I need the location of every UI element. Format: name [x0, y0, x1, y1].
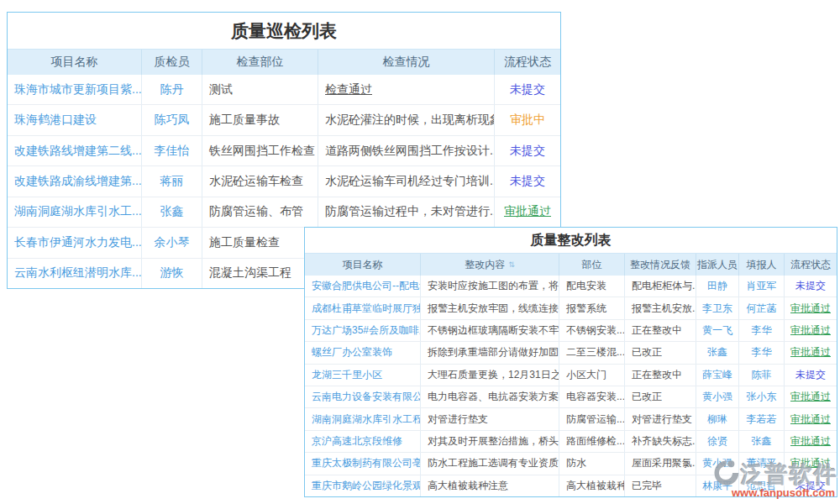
cell-link[interactable]: 黄小强 [696, 386, 739, 407]
cell-text: 报警主机安放牢固，线缆连接... [421, 297, 559, 318]
status-badge: 未提交 [785, 475, 837, 496]
cell-text: 不锈钢边框玻璃隔断安装不牢... [421, 320, 559, 341]
cell-text: 高大植被栽种 [559, 475, 625, 496]
cell-text: 小区大门 [559, 365, 625, 386]
cell-link[interactable]: 李佳怡 [142, 136, 202, 165]
cell-link[interactable]: 龙湖三千里小区 [305, 365, 421, 386]
status-badge[interactable]: 审批通过 [785, 386, 837, 407]
column-header-2[interactable]: 整改内容⇅ [421, 254, 559, 276]
cell-link[interactable]: 湖南洞庭湖水库引水工... [8, 197, 142, 227]
column-header-1: 项目名称 [305, 254, 421, 276]
status-badge[interactable]: 审批通过 [785, 453, 837, 474]
table-row: 万达广场35#会所及咖啡厅空...不锈钢边框玻璃隔断安装不牢...不锈钢安装..… [305, 319, 837, 341]
cell-text: 配电柜柜体与... [625, 276, 696, 297]
cell-link[interactable]: 珠海市城市更新项目紫... [8, 75, 142, 104]
quality-rectification-table: 质量整改列表 项目名称整改内容⇅部位整改情况反馈指派人员填报人流程状态 安徽合肥… [304, 227, 837, 497]
cell-link[interactable]: 田静 [696, 276, 739, 297]
table-row: 重庆太极制药有限公司亳州中...防水工程施工选调有专业资质...防水屋面采用聚氯… [305, 452, 837, 474]
cell-link[interactable]: 螺丝厂办公室装饰 [305, 342, 421, 363]
cell-link[interactable]: 珠海鹤港口建设 [8, 105, 142, 134]
status-badge[interactable]: 审批通过 [785, 342, 837, 363]
cell-text: 电力电容器、电抗器安装方案... [421, 386, 559, 407]
cell-text: 施工质量事故 [202, 105, 318, 134]
cell-text: 混凝土沟渠工程 [202, 259, 318, 288]
cell-link[interactable]: 陈丹 [142, 75, 202, 104]
table-row: 湖南洞庭湖水库引水工程施工标对管进行垫支防腐管运输...对管进行垫支柳琳李若若审… [305, 407, 837, 429]
cell-text: 高大植被栽种注意 [421, 475, 559, 496]
cell-text[interactable]: 检查通过 [318, 75, 495, 104]
table-row: 成都杜甫草堂临时展厅独立展...报警主机安放牢固，线缆连接...报警系统报警主机… [305, 297, 837, 318]
cell-link[interactable]: 长春市伊通河水力发电... [8, 228, 142, 257]
status-badge: 未提交 [495, 75, 560, 104]
rectification-table-header: 项目名称整改内容⇅部位整改情况反馈指派人员填报人流程状态 [305, 254, 837, 276]
cell-link[interactable]: 柳琳 [696, 408, 739, 429]
status-badge[interactable]: 审批通过 [785, 431, 837, 452]
cell-text: 二至三楼混... [559, 342, 625, 363]
cell-text: 水泥砼运输车司机经过专门培训... [318, 166, 495, 196]
cell-link[interactable]: 万达广场35#会所及咖啡厅空... [305, 320, 421, 341]
cell-text: 补齐缺失标志... [625, 431, 696, 452]
cell-link[interactable]: 李若若 [739, 408, 785, 429]
cell-link[interactable]: 徐贤 [696, 431, 739, 452]
cell-link[interactable]: 李卫东 [696, 297, 739, 318]
cell-link[interactable]: 陈菲 [739, 365, 785, 386]
status-badge[interactable]: 审批通过 [785, 320, 837, 341]
status-badge: 未提交 [785, 276, 837, 297]
cell-link[interactable]: 黄一飞 [696, 320, 739, 341]
status-badge[interactable]: 审批通过 [495, 197, 560, 227]
cell-link[interactable]: 陈巧凤 [142, 105, 202, 134]
column-header-1: 项目名称 [8, 50, 142, 75]
table-row: 湖南洞庭湖水库引水工...张鑫防腐管运输、布管防腐管运输过程中，未对管进行...… [8, 197, 560, 227]
table-row: 螺丝厂办公室装饰拆除到承重墙部分请做好加固...二至三楼混...已改正张鑫李华审… [305, 341, 837, 363]
cell-link[interactable]: 云南电力设备安装有限公司20... [305, 386, 421, 407]
cell-link[interactable]: 京沪高速北京段维修 [305, 431, 421, 452]
cell-link[interactable]: 游恢 [142, 259, 202, 288]
cell-link[interactable]: 范思哲 [739, 475, 785, 496]
cell-link[interactable]: 湖南洞庭湖水库引水工程施工标 [305, 408, 421, 429]
cell-link[interactable]: 李华 [739, 342, 785, 363]
column-header-3: 检查部位 [202, 50, 318, 75]
cell-link[interactable]: 云南水利枢纽潜明水库... [8, 259, 142, 288]
cell-text: 拆除到承重墙部分请做好加固... [421, 342, 559, 363]
cell-link[interactable]: 董清平 [739, 453, 785, 474]
cell-text: 电容器安装... [559, 386, 625, 407]
cell-link[interactable]: 张小东 [739, 386, 785, 407]
cell-text: 对管进行垫支 [421, 408, 559, 429]
cell-link[interactable]: 李华 [739, 320, 785, 341]
cell-text: 大理石质量更换，12月31日之... [421, 365, 559, 386]
cell-text: 报警主机安放... [625, 297, 696, 318]
cell-link[interactable]: 改建铁路线增建第二线... [8, 136, 142, 165]
cell-link[interactable]: 安徽合肥供电公司--配电设备... [305, 276, 421, 297]
table-row: 安徽合肥供电公司--配电设备...安装时应按施工图的布置，将...配电安装配电柜… [305, 276, 837, 297]
status-badge: 审批中 [495, 105, 560, 134]
cell-text: 防腐管运输、布管 [202, 197, 318, 227]
cell-text: 防水 [559, 453, 625, 474]
cell-link[interactable]: 何芷菡 [739, 297, 785, 318]
cell-link[interactable]: 重庆市鹅岭公园绿化景观提升... [305, 475, 421, 496]
table-row: 珠海鹤港口建设陈巧凤施工质量事故水泥砼灌注的时候，出现离析现象审批中 [8, 104, 560, 134]
cell-link[interactable]: 薛宝峰 [696, 365, 739, 386]
cell-link[interactable]: 张鑫 [696, 342, 739, 363]
table-row: 龙湖三千里小区大理石质量更换，12月31日之...小区大门正在整改中薛宝峰陈菲未… [305, 364, 837, 386]
inspection-table-title: 质量巡检列表 [8, 13, 560, 50]
column-header-4: 整改情况反馈 [625, 254, 696, 276]
cell-link[interactable]: 林康平 [696, 475, 739, 496]
cell-link[interactable]: 黄小强 [696, 453, 739, 474]
cell-link[interactable]: 肖亚军 [739, 276, 785, 297]
cell-link[interactable]: 成都杜甫草堂临时展厅独立展... [305, 297, 421, 318]
cell-link[interactable]: 张鑫 [142, 197, 202, 227]
cell-text: 不锈钢安装... [559, 320, 625, 341]
cell-text: 防腐管运输过程中，未对管进行... [318, 197, 495, 227]
cell-link[interactable]: 蒋丽 [142, 166, 202, 196]
cell-text: 防腐管运输... [559, 408, 625, 429]
cell-link[interactable]: 改建铁路成渝线增建第... [8, 166, 142, 196]
cell-text: 屋面采用聚氯... [625, 453, 696, 474]
sort-icon[interactable]: ⇅ [508, 261, 515, 269]
cell-link[interactable]: 余小琴 [142, 228, 202, 257]
cell-link[interactable]: 张鑫 [739, 431, 785, 452]
cell-text: 已改正 [625, 342, 696, 363]
status-badge[interactable]: 审批通过 [785, 297, 837, 318]
cell-link[interactable]: 重庆太极制药有限公司亳州中... [305, 453, 421, 474]
table-row: 改建铁路线增建第二线...李佳怡铁丝网围挡工作检查道路两侧铁丝网围挡工作按设计.… [8, 135, 560, 165]
status-badge[interactable]: 审批通过 [785, 408, 837, 429]
